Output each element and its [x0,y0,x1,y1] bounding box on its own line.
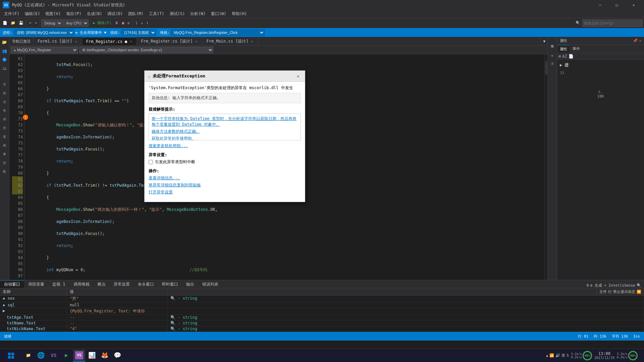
thread-dropdown[interactable]: [17416] 主线程 [121,29,156,36]
props-tab-events[interactable]: 事件 [570,45,583,53]
quick-search-input[interactable] [582,19,643,27]
close-form1-tab[interactable]: ✕ [74,39,77,44]
tab-frm-register-cs[interactable]: Frm_Register.cs ● ✕ [82,37,137,45]
status-ins[interactable]: Ins [632,334,641,339]
bottom-tab-errorlist[interactable]: 错误列表 [198,281,222,288]
start-btn[interactable]: ▶ 继续(F) [92,19,113,27]
dialog-action-details[interactable]: 查看详细信息... [149,175,301,181]
props-tab-properties[interactable]: 属性 [557,45,570,53]
sidebar-solution-explorer[interactable]: 📂 [1,38,9,46]
bottom-tab-callstack[interactable]: 调用堆栈 [69,281,94,288]
sidebar-icon-9[interactable]: 事 [1,150,9,158]
taskbar-app6[interactable]: 🦊 [99,350,111,362]
sidebar-icon-3[interactable]: 没 [1,98,9,106]
stop-btn[interactable]: ■ [120,19,125,27]
sidebar-icon-1[interactable]: 导 [1,80,9,88]
menu-project[interactable]: 项目(P) [63,10,84,18]
close-frm-main-tab[interactable]: ✕ [251,39,254,44]
close-button[interactable]: ✕ [626,0,641,10]
prop-pin-icon[interactable]: 📌 [633,39,638,43]
filter-icon[interactable]: 🔽 [637,290,641,294]
taskbar-app7[interactable]: 💬 [111,350,123,362]
status-ready[interactable]: 就绪 [3,334,13,339]
dialog-tip-3[interactable]: 获取此异常的常规帮助。 [152,136,298,140]
prop-close-icon[interactable]: ✕ [639,39,641,43]
menu-team[interactable]: 团队(M) [125,10,146,18]
maximize-button[interactable]: □ [609,0,625,10]
sidebar-icon-10[interactable]: 控 [1,159,9,167]
tab-frm-register-design[interactable]: Frm_Register.cs [设计] ✕ [137,37,202,45]
sidebar-icon-8[interactable]: 模 [1,141,9,149]
bottom-search-icon[interactable]: 🔍 [637,283,641,288]
taskbar-app3[interactable]: ▶ [60,350,72,362]
scroll-tabs-right[interactable]: ▼ [541,37,547,45]
bottom-tab-output[interactable]: 输出 [182,281,198,288]
save-btn[interactable]: 💾 [17,19,25,27]
sidebar-icon-11[interactable]: 数 [1,168,9,176]
sidebar-icon-4[interactable]: 有 [1,107,9,115]
menu-analyze[interactable]: 分析(N) [187,10,208,18]
bottom-tab-exceptions[interactable]: 异常设置 [110,281,134,288]
step-out-btn[interactable]: ↑ [145,19,150,27]
tab-form1-design[interactable]: Form1.cs [设计] ✕ [34,37,82,45]
props-categorize-icon[interactable]: ⊞ [558,54,561,59]
sidebar-class-view[interactable]: 🔷 [1,56,9,64]
close-frm-register-tab[interactable]: ✕ [129,39,132,44]
status-chars[interactable]: 字符 136 [610,334,630,339]
dialog-close-button[interactable]: ✕ [295,73,302,79]
toolbox-icon[interactable]: ⚙ [548,52,556,60]
sidebar-icon-2[interactable]: 组 [1,89,9,97]
debug-panels-icon[interactable]: ☰ [548,60,556,68]
menu-debug[interactable]: 调试(D) [105,10,125,18]
tab-frm-main-design[interactable]: Frm_Main.cs [设计] ✕ [202,37,258,45]
menu-build[interactable]: 生成(B) [84,10,105,18]
bottom-tab-auto[interactable]: 自动窗口 [0,281,24,288]
redo-btn[interactable]: ↪ [34,19,39,27]
menu-edit[interactable]: 编辑(E) [22,10,43,18]
config-dropdown[interactable]: Debug [41,19,62,27]
tray-input-icon[interactable]: 英 [561,353,565,358]
pause-btn[interactable]: ⏸ [113,19,120,27]
sidebar-icon-6[interactable]: 控 [1,124,9,132]
tray-up-icon[interactable]: ▲ [546,354,548,357]
tray-ime-icon[interactable]: S [567,353,569,358]
class-selector-dropdown[interactable]: ⬥ MyQQ.Frm_Register [11,47,78,53]
exception-break-checkbox[interactable] [149,160,153,164]
taskbar-vs-app[interactable]: VS [48,350,60,362]
exception-break-label[interactable]: 引发此异常类型时中断 [155,159,195,165]
bottom-tab-breakpoints[interactable]: 断点 [94,281,110,288]
step-over-btn[interactable]: ⤵ [134,19,139,27]
sidebar-team-explorer[interactable]: 👥 [1,47,9,55]
props-property-pages-icon[interactable]: 📄 [569,54,574,59]
clock-display[interactable]: 13:00 2017/11/19 [594,351,614,360]
menu-tools[interactable]: 工具(T) [146,10,167,18]
close-frm-register-design-tab[interactable]: ✕ [195,39,198,44]
dialog-tips-list[interactable]: 将一个字符串转换为 DateTime 类型时，先分析该字符串以获取日期，然后再将… [149,114,301,140]
tray-network-icon[interactable]: 📶 [549,353,554,358]
bottom-tab-watch1[interactable]: 监视 1 [48,281,69,288]
sidebar-icon-5[interactable]: 用 [1,115,9,123]
taskbar-start-button[interactable] [3,350,19,362]
cpu-dropdown[interactable]: Any CPU [63,19,89,27]
status-line[interactable]: 行 81 [577,334,590,339]
menu-help[interactable]: 帮助(H) [229,10,250,18]
dialog-search-link[interactable]: 搜索更多联机帮助... [149,143,301,149]
minimap-thumb[interactable] [545,61,547,74]
tray-volume-icon[interactable]: 🔊 [555,353,560,358]
new-project-btn[interactable]: 📄 [1,19,9,27]
props-alpha-icon[interactable]: AZ [562,54,567,59]
restart-btn[interactable]: ↺ [126,19,131,27]
bottom-tab-command[interactable]: 命令窗口 [134,281,158,288]
dialog-action-settings[interactable]: 打开异常设置 [149,189,301,195]
taskbar-app5[interactable]: 📊 [86,350,98,362]
dialog-action-copy[interactable]: 将异常详细信息复制到剪贴板 [149,182,301,188]
properties-icon[interactable]: 属性 [548,38,556,46]
sidebar-resource-view[interactable]: 🗂 [1,64,9,72]
undo-btn[interactable]: ↩ [28,19,33,27]
menu-window[interactable]: 窗口(W) [208,10,229,18]
taskbar-app4[interactable]: VS [73,350,85,362]
bottom-tab-locals[interactable]: 局部变量 [24,281,48,288]
dialog-tip-1[interactable]: 将一个字符串转换为 DateTime 类型时，先分析该字符串以获取日期，然后再将… [152,116,298,127]
callstack-dropdown[interactable]: MyQQ.Frm_Register.btnRegister_Click [171,29,265,36]
bottom-tab-immediate[interactable]: 即时窗口 [158,281,182,288]
